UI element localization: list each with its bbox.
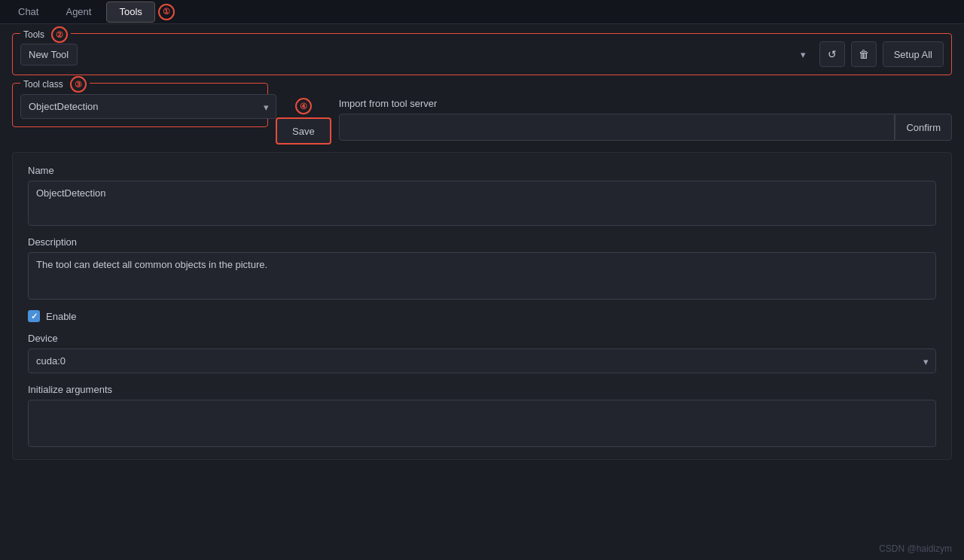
annotation-4: ④	[295, 98, 312, 114]
tool-class-select-wrapper: ObjectDetection	[20, 94, 276, 119]
delete-button[interactable]: 🗑	[851, 41, 877, 67]
enable-row: Enable	[28, 310, 936, 322]
tab-chat[interactable]: Chat	[6, 2, 50, 23]
confirm-button[interactable]: Confirm	[895, 114, 952, 141]
tool-selector-row: New Tool ↺ 🗑 Setup All	[20, 41, 944, 67]
tool-class-section: Tool class ③ ObjectDetection	[12, 83, 268, 127]
top-nav: Chat Agent Tools ①	[0, 0, 964, 24]
enable-label: Enable	[46, 311, 76, 322]
name-input[interactable]: ObjectDetection	[28, 181, 936, 226]
name-label: Name	[28, 165, 936, 176]
tool-select[interactable]: New Tool	[20, 44, 78, 65]
tool-class-select[interactable]: ObjectDetection	[20, 94, 276, 119]
main-content: Tools ② New Tool ↺ 🗑 Setup All Tool	[0, 24, 964, 469]
device-label: Device	[28, 333, 936, 344]
device-select[interactable]: cuda:0 cpu cuda:1	[28, 348, 936, 373]
device-select-wrapper: cuda:0 cpu cuda:1	[28, 348, 936, 373]
import-area: Import from tool server Confirm	[339, 83, 952, 141]
description-label: Description	[28, 236, 936, 248]
description-input[interactable]: The tool can detect all common objects i…	[28, 252, 936, 300]
description-group: Description The tool can detect all comm…	[28, 236, 936, 300]
init-args-label: Initialize arguments	[28, 384, 936, 395]
init-args-group: Initialize arguments	[28, 384, 936, 447]
import-input[interactable]	[339, 114, 895, 141]
init-args-input[interactable]	[28, 400, 936, 447]
delete-icon: 🗑	[859, 48, 869, 60]
refresh-button[interactable]: ↺	[819, 41, 845, 67]
setup-all-button[interactable]: Setup All	[883, 41, 944, 67]
annotation-2: ②	[51, 26, 68, 43]
import-row: Confirm	[339, 114, 952, 141]
tab-agent[interactable]: Agent	[53, 2, 103, 23]
tool-class-label: Tool class ③	[20, 76, 90, 93]
tab-tools[interactable]: Tools	[106, 2, 154, 23]
save-area: ④ Save	[276, 83, 331, 145]
import-label: Import from tool server	[339, 98, 952, 109]
name-group: Name ObjectDetection	[28, 165, 936, 226]
refresh-icon: ↺	[828, 48, 837, 60]
form-area: Name ObjectDetection Description The too…	[12, 152, 952, 460]
enable-checkbox[interactable]	[28, 310, 40, 322]
annotation-3: ③	[70, 76, 87, 93]
watermark: CSDN @haidizym	[879, 543, 952, 554]
tools-section-label: Tools ②	[20, 26, 71, 43]
save-button[interactable]: Save	[276, 117, 331, 145]
tool-select-wrapper: New Tool	[20, 44, 813, 65]
annotation-1: ①	[158, 4, 175, 20]
tools-section: Tools ② New Tool ↺ 🗑 Setup All	[12, 33, 952, 75]
device-group: Device cuda:0 cpu cuda:1	[28, 333, 936, 373]
save-annotation-row: ④	[295, 98, 312, 114]
tool-class-area: Tool class ③ ObjectDetection ④ Save Impo…	[12, 83, 952, 145]
